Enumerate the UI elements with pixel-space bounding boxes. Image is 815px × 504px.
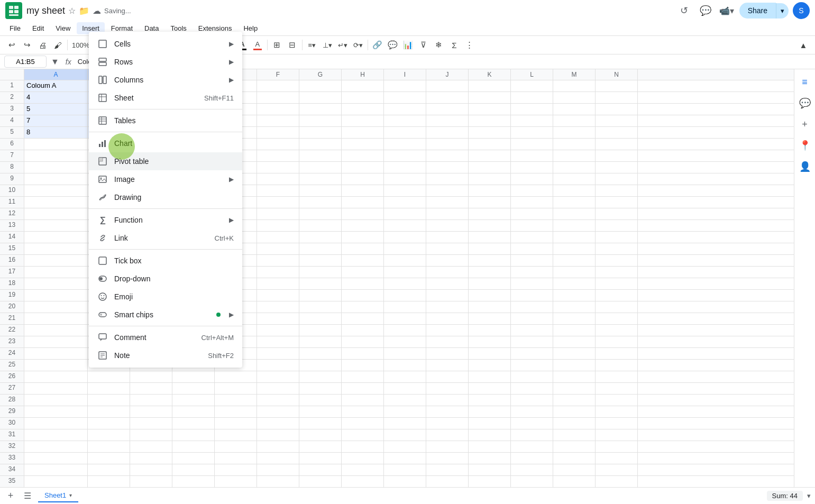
- menu-divider-2: [89, 132, 242, 132]
- menu-item-emoji[interactable]: Emoji: [89, 288, 242, 306]
- note-shortcut: Shift+F2: [208, 352, 234, 360]
- svg-rect-7: [99, 58, 106, 61]
- svg-rect-22: [99, 158, 103, 161]
- rows-label: Rows: [114, 58, 133, 66]
- image-icon: [97, 174, 108, 185]
- svg-rect-20: [104, 140, 106, 147]
- menu-item-cells[interactable]: Cells ▶: [89, 35, 242, 53]
- menu-divider-3: [89, 208, 242, 209]
- menu-item-chart[interactable]: Chart: [89, 134, 242, 152]
- sheet-shortcut: Shift+F11: [204, 94, 234, 102]
- smart-chips-arrow: ▶: [229, 311, 234, 318]
- tables-icon: [97, 115, 108, 126]
- dropdown-label: Drop-down: [114, 274, 150, 283]
- svg-point-28: [99, 277, 103, 280]
- svg-rect-11: [99, 94, 106, 102]
- svg-point-29: [99, 293, 106, 300]
- menu-item-dropdown[interactable]: Drop-down: [89, 270, 242, 288]
- menu-divider-1: [89, 109, 242, 109]
- smart-chips-label: Smart chips: [114, 310, 153, 319]
- smart-chips-icon: [97, 309, 108, 320]
- comment-icon: [97, 332, 108, 343]
- chart-label: Chart: [114, 139, 132, 148]
- menu-item-image[interactable]: Image ▶: [89, 170, 242, 188]
- pivot-table-label: Pivot table: [114, 157, 149, 166]
- svg-point-24: [100, 178, 102, 179]
- svg-rect-18: [99, 144, 100, 147]
- link-label: Link: [114, 234, 128, 242]
- columns-label: Columns: [114, 76, 143, 84]
- svg-point-30: [101, 295, 102, 296]
- menu-item-tick-box[interactable]: Tick box: [89, 252, 242, 270]
- columns-icon: [97, 75, 108, 85]
- svg-rect-23: [99, 176, 106, 182]
- svg-rect-19: [102, 142, 103, 147]
- svg-point-33: [100, 314, 102, 316]
- svg-line-25: [102, 237, 104, 239]
- cells-arrow: ▶: [229, 40, 234, 48]
- menu-item-drawing[interactable]: Drawing: [89, 188, 242, 206]
- menu-item-comment[interactable]: Comment Ctrl+Alt+M: [89, 328, 242, 346]
- menu-item-smart-chips[interactable]: Smart chips ▶: [89, 306, 242, 324]
- rows-icon: [97, 57, 108, 67]
- menu-item-pivot-table[interactable]: Pivot table: [89, 152, 242, 170]
- link-menu-icon: [97, 233, 108, 243]
- cells-label: Cells: [114, 40, 131, 48]
- columns-arrow: ▶: [229, 76, 234, 84]
- comment-shortcut: Ctrl+Alt+M: [202, 334, 234, 342]
- tick-box-label: Tick box: [114, 256, 142, 265]
- svg-rect-26: [99, 257, 106, 264]
- emoji-icon: [97, 291, 108, 302]
- image-arrow: ▶: [229, 176, 234, 183]
- menu-item-function[interactable]: ∑ Function ▶: [89, 211, 242, 229]
- insert-dropdown-menu: Cells ▶ Rows ▶ Columns ▶ Sheet Shift+F11: [89, 32, 242, 368]
- note-label: Note: [114, 351, 130, 360]
- tick-box-icon: [97, 255, 108, 266]
- menu-item-link[interactable]: Link Ctrl+K: [89, 229, 242, 247]
- link-shortcut: Ctrl+K: [215, 234, 234, 242]
- menu-item-tables[interactable]: Tables: [89, 112, 242, 130]
- menu-divider-5: [89, 326, 242, 326]
- svg-point-31: [104, 295, 105, 296]
- svg-rect-10: [103, 76, 106, 84]
- menu-divider-4: [89, 249, 242, 250]
- svg-rect-34: [99, 334, 106, 339]
- menu-item-columns[interactable]: Columns ▶: [89, 71, 242, 89]
- rows-arrow: ▶: [229, 58, 234, 66]
- menu-item-note[interactable]: Note Shift+F2: [89, 346, 242, 364]
- function-arrow: ▶: [229, 216, 234, 224]
- function-label: Function: [114, 216, 143, 224]
- emoji-label: Emoji: [114, 292, 133, 301]
- cells-icon: [97, 39, 108, 49]
- comment-label: Comment: [114, 333, 146, 342]
- chart-menu-icon: [97, 138, 108, 149]
- sheet-icon: [97, 93, 108, 103]
- note-icon: [97, 350, 108, 361]
- svg-rect-8: [99, 62, 106, 66]
- tables-label: Tables: [114, 116, 135, 125]
- svg-rect-6: [99, 40, 106, 48]
- drawing-icon: [97, 192, 108, 203]
- sheet-label: Sheet: [114, 94, 134, 102]
- pivot-table-icon: [97, 156, 108, 167]
- drawing-label: Drawing: [114, 193, 141, 201]
- svg-rect-9: [99, 76, 102, 84]
- dropdown-icon: [97, 273, 108, 284]
- image-label: Image: [114, 175, 135, 184]
- function-icon: ∑: [97, 215, 108, 225]
- menu-item-sheet[interactable]: Sheet Shift+F11: [89, 89, 242, 107]
- menu-item-rows[interactable]: Rows ▶: [89, 53, 242, 71]
- smart-chips-dot: [216, 313, 221, 317]
- svg-rect-14: [99, 117, 106, 124]
